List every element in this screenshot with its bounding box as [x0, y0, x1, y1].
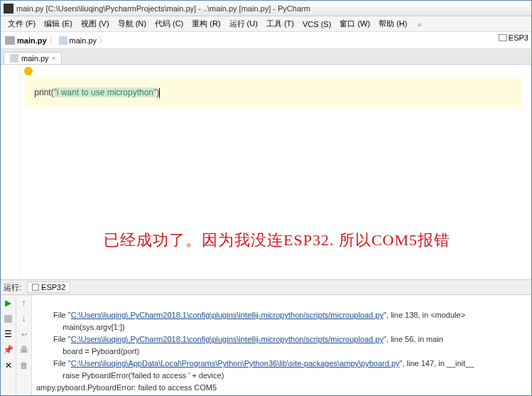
- right-target[interactable]: ESP3: [499, 33, 528, 42]
- down-stack-icon[interactable]: ↓: [19, 314, 29, 323]
- menu-tools[interactable]: 工具 (T): [262, 18, 298, 29]
- menu-help[interactable]: 帮助 (H): [374, 18, 411, 29]
- code-string: "i want to use micropython": [54, 87, 157, 97]
- console-text: main(sys.argv[1:]): [63, 323, 124, 331]
- console-link[interactable]: C:\Users\liuqing\.PyCharm2018.1\config\p…: [71, 311, 384, 319]
- crumb-root[interactable]: main.py: [17, 36, 47, 45]
- title-bar: main.py [C:\Users\liuqing\PycharmProject…: [1, 1, 531, 16]
- console-link[interactable]: C:\Users\liuqing\AppData\Local\Programs\…: [71, 359, 400, 368]
- console-text: ", line 138, in <module>: [384, 311, 465, 319]
- console-output[interactable]: File "C:\Users\liuqing\.PyCharm2018.1\co…: [32, 295, 531, 395]
- annotation-text: 已经成功了。因为我没连ESP32. 所以COM5报错: [104, 230, 450, 251]
- app-icon: [4, 4, 13, 14]
- console-text: ", line 147, in __init__: [400, 359, 474, 368]
- target-label: ESP3: [509, 33, 528, 42]
- rerun-icon[interactable]: ▶: [4, 298, 13, 308]
- console-error: ampy.pyboard.PyboardError: failed to acc…: [36, 383, 217, 392]
- crumb-sep-icon: 〉: [49, 35, 57, 46]
- console-text: ", line 56, in main: [384, 335, 443, 343]
- editor-tabs: main.py ×: [1, 49, 531, 65]
- folder-icon: [5, 36, 15, 45]
- menu-overflow-icon[interactable]: »: [413, 20, 425, 28]
- menu-run[interactable]: 运行 (U): [225, 18, 262, 29]
- menu-nav[interactable]: 导航 (N): [114, 18, 151, 29]
- text-cursor: [159, 88, 160, 98]
- up-stack-icon[interactable]: ↑: [19, 298, 29, 308]
- console-panel: ▶ ☰ 📌 ✕ ↑ ↓ ↩ 🖶 🗑 File "C:\Users\liuqing…: [1, 295, 531, 395]
- console-text: File ": [53, 359, 71, 368]
- soft-wrap-icon[interactable]: ↩: [19, 329, 29, 339]
- tab-main-py[interactable]: main.py ×: [4, 52, 62, 64]
- menu-edit[interactable]: 编辑 (E): [40, 18, 77, 29]
- file-icon: [59, 36, 67, 45]
- window-title: main.py [C:\Users\liuqing\PycharmProject…: [16, 4, 310, 13]
- print-icon[interactable]: 🖶: [19, 345, 29, 355]
- menu-bar: 文件 (F) 编辑 (E) 视图 (V) 导航 (N) 代码 (C) 重构 (R…: [1, 16, 531, 32]
- run-toolwindow-header: 运行: ESP32: [1, 279, 531, 295]
- menu-code[interactable]: 代码 (C): [151, 18, 188, 29]
- menu-vcs[interactable]: VCS (S): [298, 20, 335, 28]
- console-toolbar-2: ↑ ↓ ↩ 🖶 🗑: [16, 295, 32, 395]
- editor-gutter: [1, 65, 21, 279]
- run-tab-esp32[interactable]: ESP32: [27, 282, 70, 293]
- run-config-icon: [32, 284, 39, 291]
- crumb-sep-icon: 〉: [99, 35, 107, 46]
- console-text: File ": [53, 311, 71, 319]
- breadcrumb: main.py 〉 main.py 〉: [1, 32, 531, 49]
- close-panel-icon[interactable]: ✕: [4, 360, 13, 370]
- console-link[interactable]: C:\Users\liuqing\.PyCharm2018.1\config\p…: [71, 335, 384, 343]
- menu-refactor[interactable]: 重构 (R): [188, 18, 224, 29]
- tab-label: main.py: [21, 54, 49, 63]
- close-icon[interactable]: ×: [52, 55, 56, 63]
- code-editor[interactable]: p nt("hello world") print("i want to use…: [1, 65, 531, 279]
- run-tab-label: ESP32: [41, 283, 65, 291]
- crumb-file[interactable]: main.py: [70, 36, 97, 45]
- menu-file[interactable]: 文件 (F): [4, 18, 40, 29]
- code-line-2: print("i want to use micropython"): [25, 77, 522, 108]
- code-token: print: [34, 87, 50, 97]
- clear-icon[interactable]: 🗑: [19, 360, 29, 370]
- target-icon: [499, 34, 507, 41]
- file-icon: [10, 54, 18, 63]
- console-text: board = Pyboard(port): [63, 347, 139, 355]
- layout-icon[interactable]: ☰: [4, 329, 13, 339]
- console-text: raise PyboardError('failed to access ' +…: [63, 371, 224, 380]
- pin-icon[interactable]: 📌: [4, 345, 13, 355]
- menu-view[interactable]: 视图 (V): [77, 18, 114, 29]
- console-toolbar-left: ▶ ☰ 📌 ✕: [1, 295, 16, 395]
- run-label: 运行:: [1, 282, 24, 293]
- console-text: File ": [53, 335, 71, 343]
- stop-icon[interactable]: [4, 314, 13, 323]
- menu-window[interactable]: 窗口 (W): [335, 18, 374, 29]
